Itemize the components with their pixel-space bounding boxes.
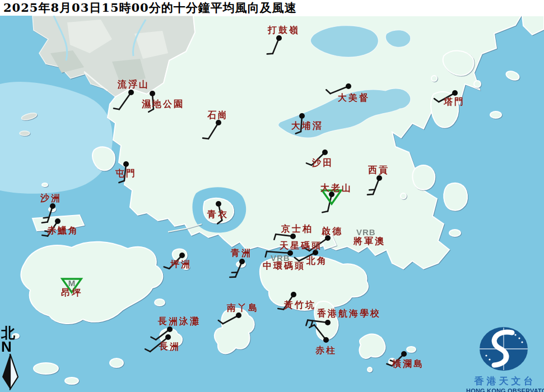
station-label: 坪洲 [170, 259, 192, 270]
station-label: 沙田 [312, 157, 333, 169]
station-label: 大埔滘 [291, 120, 323, 132]
north-indicator: 北 N [1, 325, 20, 390]
station-label: 長洲 [159, 341, 180, 353]
station-label: 石崗 [207, 110, 229, 122]
station-dot [322, 150, 328, 155]
north-arrow-icon [1, 353, 19, 390]
stations-layer: 打鼓嶺流浮山濕地公園石崗大美督塔門大埔滘沙田西貢屯門沙洲大老山赤鱲角青衣京士柏啟… [0, 0, 544, 392]
station-label: 橫瀾島 [392, 358, 424, 370]
station-label: 京士柏 [281, 223, 313, 235]
station-label: 大美督 [338, 92, 370, 104]
hko-logo-english: HONG KONG OBSERVATORY [466, 388, 544, 392]
station-dot [323, 337, 329, 343]
station-dot [150, 91, 155, 96]
map-title: 2025年8月03日15時00分的十分鐘平均風向及風速 [0, 0, 544, 16]
station-label: 沙洲 [40, 193, 62, 204]
station-label: 赤鱲角 [47, 225, 79, 237]
station-dot [55, 218, 61, 224]
station-label: 長洲泳灘 [158, 316, 201, 328]
station-dot [123, 161, 129, 167]
north-letter-label: N [1, 340, 20, 353]
station-label: 青洲 [231, 248, 252, 259]
station-label: 中環碼頭 [263, 260, 305, 272]
station-label: 南丫島 [227, 302, 259, 314]
hko-logo: 香港天文台 HONG KONG OBSERVATORY [466, 326, 544, 392]
station-dot [401, 351, 407, 357]
station-dot [165, 334, 171, 340]
station-dot [216, 201, 221, 207]
station-dot [299, 113, 305, 119]
station-dot [239, 259, 245, 264]
station-label: 大老山 [320, 183, 352, 194]
station-label: 啟德 [322, 226, 343, 237]
station-label: 西貢 [368, 165, 389, 176]
station-label: 打鼓嶺 [268, 25, 300, 36]
station-label: 塔門 [444, 96, 465, 108]
hko-logo-chinese: 香港天文台 [466, 375, 544, 388]
station-label: 將軍澳 [354, 236, 385, 248]
station-label: 青衣 [207, 209, 229, 221]
station-label: 赤柱 [315, 345, 337, 357]
station-label: 濕地公園 [142, 99, 184, 110]
wind-map-screen: 2025年8月03日15時00分的十分鐘平均風向及風速 打鼓嶺流浮山濕地公園石崗… [0, 0, 544, 392]
station-label: 北角 [306, 255, 328, 267]
station-label: 天星碼頭 [280, 240, 322, 252]
station-dot [346, 83, 351, 89]
hko-logo-icon [466, 326, 544, 372]
station-dot [325, 320, 331, 325]
missing-data-m: M [68, 278, 76, 288]
station-dot [452, 90, 458, 96]
station-label: 流浮山 [118, 79, 150, 91]
station-label: 昂坪 [61, 287, 82, 299]
station-label: 屯門 [115, 168, 137, 180]
station-label: 香港航海學校 [317, 308, 381, 320]
station-dot [291, 292, 296, 297]
station-label: 黃竹坑 [284, 300, 316, 311]
station-dot [179, 253, 185, 258]
